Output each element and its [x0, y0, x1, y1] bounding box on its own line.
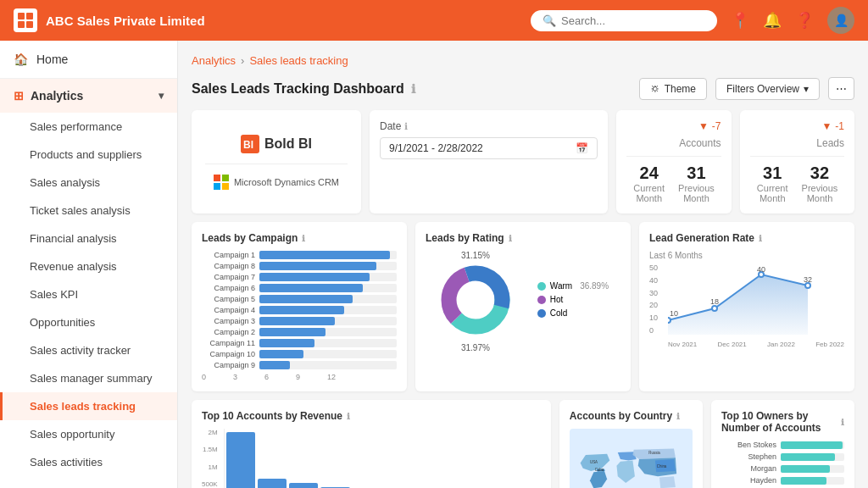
topnav-icons: 📍 🔔 ❓ 👤 — [731, 7, 854, 34]
date-info-icon: ℹ — [404, 121, 408, 132]
bar-label: Campaign 6 — [202, 284, 259, 292]
donut-chart-container: 31.15% 31.97% Warm 36.89 — [426, 251, 620, 352]
owner-track — [781, 465, 844, 473]
owner-fill — [781, 453, 835, 461]
bar-track — [259, 262, 397, 270]
breadcrumb-parent[interactable]: Analytics — [192, 54, 236, 67]
sidebar-item-opportunities[interactable]: Opportunities — [0, 308, 177, 336]
leads-label: Leads — [750, 137, 845, 149]
sidebar-item-sales-leads-tracking[interactable]: Sales leads tracking — [0, 392, 177, 420]
sidebar-item-sales-activity-tracker[interactable]: Sales activity tracker — [0, 336, 177, 364]
date-range-picker[interactable]: 9/1/2021 - 2/28/2022 📅 — [380, 137, 598, 159]
bar-label: Campaign 2 — [202, 328, 259, 336]
accounts-values: 24 Current Month 31 Previous Month — [626, 156, 721, 203]
sidebar-item-label: Products and suppliers — [30, 148, 142, 161]
list-item: Campaign 5 — [202, 295, 397, 303]
filters-button[interactable]: Filters Overview ▾ — [715, 78, 820, 100]
sidebar-item-label: Sales performance — [30, 120, 122, 133]
avatar[interactable]: 👤 — [827, 7, 854, 34]
svg-rect-8 — [214, 183, 220, 190]
svg-text:40: 40 — [757, 265, 765, 274]
list-item: Campaign 2 — [202, 328, 397, 336]
bell-icon[interactable]: 🔔 — [763, 11, 782, 30]
logo-card: BI Bold BI Microsoft Dynamics CRM — [192, 110, 361, 214]
top10-owners-title: Top 10 Owners by Number of Accounts ℹ — [721, 410, 844, 434]
bar-fill — [259, 273, 370, 281]
list-item: Campaign 7 — [202, 273, 397, 281]
accounts-metric-card: ▼ -7 Accounts 24 Current Month 31 Previo… — [616, 110, 732, 214]
list-item: Campaign 6 — [202, 284, 397, 292]
donut-legend: Warm 36.89% Hot Cold — [537, 281, 609, 322]
owner-track — [781, 477, 844, 485]
search-bar[interactable]: 🔍 — [531, 10, 717, 31]
sidebar-item-label: Sales analysis — [30, 176, 100, 189]
owner-fill — [781, 441, 843, 449]
owner-track — [781, 441, 844, 449]
sidebar-item-ticket-sales-analysis[interactable]: Ticket sales analysis — [0, 197, 177, 225]
bar-track — [259, 350, 397, 358]
line-chart-area: 50 40 30 20 10 0 — [649, 263, 844, 348]
info-icon: ℹ — [411, 82, 415, 96]
help-icon[interactable]: ❓ — [795, 11, 814, 30]
dashboard-title: Sales Leads Tracking Dashboard ℹ — [192, 81, 415, 97]
search-icon: 🔍 — [542, 14, 556, 27]
bar-label: Campaign 10 — [202, 350, 259, 358]
owners-bar-chart: Ben Stokes Stephen Morgan Hayden David K… — [721, 441, 844, 488]
more-button[interactable]: ⋯ — [828, 77, 854, 100]
svg-rect-6 — [214, 175, 220, 181]
sidebar-item-sales-opportunity[interactable]: Sales opportunity — [0, 420, 177, 448]
bar-label: Campaign 5 — [202, 295, 259, 303]
sidebar-item-label: Sales manager summary — [30, 372, 153, 385]
bar-label: Campaign 3 — [202, 317, 259, 325]
svg-text:32: 32 — [804, 275, 812, 284]
middle-charts-row: Leads by Campaign ℹ Campaign 1 Campaign … — [192, 222, 854, 391]
chevron-down-icon: ▾ — [804, 83, 809, 95]
top10-accounts-title: Top 10 Accounts by Revenue ℹ — [202, 410, 541, 422]
sidebar-item-home[interactable]: 🏠 Home — [0, 41, 177, 79]
accounts-change: ▼ -7 — [626, 120, 721, 132]
bar-track — [259, 273, 397, 281]
brand-logo: ABC Sales Private Limited — [14, 8, 531, 32]
top10-accounts-chart: Top 10 Accounts by Revenue ℹ 2M 1.5M 1M … — [192, 400, 551, 488]
bars-area: Americ AirlinesContainerBlaze BikeTechMa… — [224, 429, 541, 488]
svg-point-15 — [668, 318, 670, 323]
body-wrap: 🏠 Home ⊞ Analytics ▾ Sales performance P… — [0, 41, 868, 488]
bar-fill — [259, 284, 363, 292]
top-cards-row: BI Bold BI Microsoft Dynamics CRM Date ℹ… — [192, 110, 854, 214]
owner-track — [781, 453, 844, 461]
sidebar-section-analytics[interactable]: ⊞ Analytics ▾ — [0, 79, 177, 113]
world-map: Russia USA Cuba China — [570, 429, 693, 488]
calendar-icon: 📅 — [576, 142, 588, 154]
sidebar-item-sales-kpi[interactable]: Sales KPI — [0, 280, 177, 308]
accounts-previous: 31 Previous Month — [671, 164, 721, 203]
sidebar-item-revenue-analysis[interactable]: Revenue analysis — [0, 252, 177, 280]
list-item: Stephen — [721, 452, 844, 461]
legend-cold: Cold — [537, 308, 609, 318]
theme-button[interactable]: ⛭ Theme — [639, 78, 707, 100]
sidebar-item-sales-analysis[interactable]: Sales analysis — [0, 169, 177, 197]
sidebar-item-label: Sales opportunity — [30, 428, 114, 441]
owner-fill — [781, 465, 831, 473]
bar-fill — [259, 317, 335, 325]
svg-text:Cuba: Cuba — [595, 468, 604, 472]
brand-name: ABC Sales Private Limited — [46, 14, 205, 28]
svg-text:Russia: Russia — [648, 451, 660, 455]
sidebar-item-products-and-suppliers[interactable]: Products and suppliers — [0, 141, 177, 169]
sidebar-item-financial-analysis[interactable]: Financial analysis — [0, 225, 177, 252]
vertical-bar-chart: 2M 1.5M 1M 500K 0 Americ AirlinesContain… — [202, 429, 541, 488]
bar-fill — [259, 361, 290, 369]
location-icon[interactable]: 📍 — [731, 11, 749, 30]
search-input[interactable] — [561, 14, 705, 27]
bar-track — [259, 284, 397, 292]
leads-by-campaign-title: Leads by Campaign ℹ — [202, 232, 397, 244]
svg-rect-0 — [18, 13, 25, 19]
leads-metric-card: ▼ -1 Leads 31 Current Month 32 Previous … — [740, 110, 855, 214]
logo-icon — [14, 8, 37, 32]
svg-text:China: China — [657, 464, 667, 469]
sidebar-item-sales-manager-summary[interactable]: Sales manager summary — [0, 364, 177, 392]
sidebar-item-sales-activities[interactable]: Sales activities — [0, 448, 177, 476]
svg-text:BI: BI — [243, 139, 253, 151]
bar-track — [259, 339, 397, 347]
bottom-charts-row: Top 10 Accounts by Revenue ℹ 2M 1.5M 1M … — [192, 400, 854, 488]
sidebar-item-sales-performance[interactable]: Sales performance — [0, 113, 177, 141]
